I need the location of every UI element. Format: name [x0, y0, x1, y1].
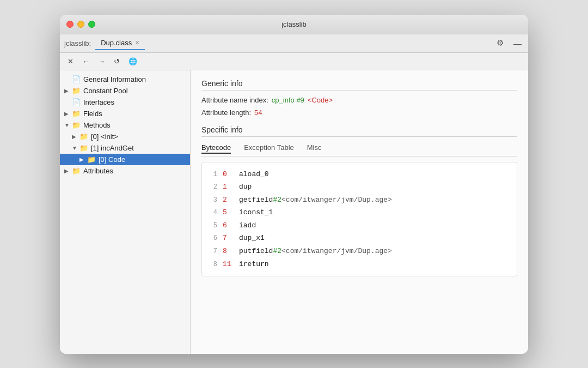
forward-button[interactable]: → [96, 56, 107, 67]
bc-offset: 2 [223, 194, 235, 206]
bc-instruction: ireturn [239, 258, 269, 270]
bc-instruction: dup [239, 180, 252, 193]
bc-instruction: iadd [239, 219, 256, 232]
minimize-button[interactable] [77, 21, 84, 28]
bc-instruction: putfield [239, 245, 273, 257]
sidebar: 📄General Information▶📁Constant Pool📄Inte… [60, 70, 191, 354]
tab-bytecode[interactable]: Bytecode [201, 142, 231, 154]
bc-instruction: getfield [239, 194, 273, 206]
minimize-icon[interactable]: — [511, 38, 524, 49]
bc-line-number: 6 [207, 233, 217, 245]
title-bar: jclasslib [60, 15, 528, 34]
doc-icon: 📄 [72, 75, 81, 83]
settings-icon[interactable]: ⚙ [494, 37, 506, 49]
bc-line-number: 2 [207, 182, 217, 194]
sidebar-item-code[interactable]: ▶📁[0] Code [60, 154, 190, 165]
sidebar-item-constant-pool[interactable]: ▶📁Constant Pool [60, 85, 190, 96]
attr-length-value: 54 [254, 108, 262, 117]
traffic-lights [66, 21, 95, 28]
folder-icon: 📁 [72, 121, 81, 129]
folder-icon: 📁 [72, 110, 81, 118]
bc-offset: 8 [223, 245, 235, 257]
arrow-icon: ▶ [64, 168, 72, 174]
sidebar-item-attributes[interactable]: ▶📁Attributes [60, 165, 190, 177]
doc-icon: 📄 [72, 98, 81, 106]
attr-name-label: Attribute name index: [201, 96, 268, 104]
sidebar-item-method-0[interactable]: ▶📁[0] <init> [60, 131, 190, 142]
sidebar-item-label: Methods [83, 121, 111, 129]
sidebar-item-interfaces[interactable]: 📄Interfaces [60, 96, 190, 108]
bc-offset: 11 [223, 258, 235, 270]
bc-line-number: 8 [207, 259, 217, 271]
toolbar: ✕ ← → ↺ 🌐 [60, 53, 528, 70]
window-title: jclasslib [281, 20, 307, 28]
table-row: 811ireturn [207, 258, 511, 271]
sidebar-item-method-1[interactable]: ▼📁[1] incAndGet [60, 142, 190, 154]
bc-instruction: aload_0 [239, 168, 269, 180]
sidebar-item-label: [0] <init> [91, 132, 118, 141]
main-window: jclasslib jclasslib: Dup.class ✕ ⚙ — ✕ ←… [60, 15, 528, 354]
bc-comment: <com/itwanger/jvm/Dup.age> [281, 245, 392, 257]
sidebar-item-label: Interfaces [83, 98, 114, 106]
close-toolbar-button[interactable]: ✕ [65, 56, 76, 67]
folder-icon: 📁 [72, 87, 81, 95]
content-tabs: BytecodeException TableMisc [201, 142, 517, 156]
tab-bar-right: ⚙ — [494, 37, 524, 49]
bytecode-area: 10aload_021dup32getfield #2 <com/itwange… [201, 162, 517, 277]
bc-line-number: 3 [207, 195, 217, 207]
table-row: 45iconst_1 [207, 206, 511, 219]
bc-line-number: 4 [207, 207, 217, 219]
folder-icon: 📁 [79, 132, 88, 141]
bc-comment: <com/itwanger/jvm/Dup.age> [281, 194, 392, 206]
table-row: 32getfield #2 <com/itwanger/jvm/Dup.age> [207, 194, 511, 207]
arrow-icon: ▶ [64, 88, 72, 94]
tab-misc[interactable]: Misc [307, 142, 322, 154]
arrow-icon: ▼ [72, 145, 79, 151]
tab-bar-left: jclasslib: Dup.class ✕ [64, 37, 145, 50]
app-label: jclasslib: [64, 39, 93, 47]
arrow-icon: ▼ [64, 122, 72, 128]
bc-ref: #2 [273, 194, 281, 206]
bc-instruction: dup_x1 [239, 232, 265, 244]
sidebar-item-label: General Information [83, 75, 146, 83]
bc-offset: 0 [223, 168, 235, 180]
maximize-button[interactable] [88, 21, 95, 28]
sidebar-item-general[interactable]: 📄General Information [60, 74, 190, 85]
attr-name-row: Attribute name index: cp_info #9 <Code> [201, 96, 517, 104]
refresh-button[interactable]: ↺ [112, 56, 122, 67]
attr-name-value: <Code> [308, 96, 333, 104]
arrow-icon: ▶ [72, 134, 79, 140]
attr-name-ref: cp_info #9 [272, 96, 304, 104]
table-row: 56iadd [207, 219, 511, 232]
bc-offset: 5 [223, 206, 235, 219]
sidebar-item-label: [0] Code [99, 155, 125, 164]
sidebar-item-label: [1] incAndGet [91, 144, 134, 152]
sidebar-item-label: Attributes [83, 167, 113, 175]
table-row: 21dup [207, 180, 511, 194]
folder-icon: 📁 [87, 155, 96, 164]
tab-label: Dup.class [101, 39, 132, 47]
arrow-icon: ▶ [64, 111, 72, 117]
sidebar-item-label: Constant Pool [83, 87, 128, 95]
generic-info-title: Generic info [201, 79, 517, 91]
main-content: 📄General Information▶📁Constant Pool📄Inte… [60, 70, 528, 354]
content-area: Generic info Attribute name index: cp_in… [191, 70, 528, 354]
sidebar-item-methods[interactable]: ▼📁Methods [60, 119, 190, 131]
tab-close-icon[interactable]: ✕ [135, 40, 139, 46]
tab-bar: jclasslib: Dup.class ✕ ⚙ — [60, 34, 528, 53]
bc-instruction: iconst_1 [239, 206, 273, 219]
bc-line-number: 7 [207, 246, 217, 258]
attr-length-label: Attribute length: [201, 108, 251, 117]
back-button[interactable]: ← [80, 56, 91, 67]
tab-exception-table[interactable]: Exception Table [244, 142, 294, 154]
bc-offset: 6 [223, 219, 235, 232]
sidebar-item-fields[interactable]: ▶📁Fields [60, 108, 190, 119]
arrow-icon: ▶ [79, 156, 87, 162]
folder-icon: 📁 [72, 167, 81, 175]
close-button[interactable] [66, 21, 74, 28]
tab-dup-class[interactable]: Dup.class ✕ [95, 37, 145, 50]
bc-offset: 1 [223, 180, 235, 193]
sidebar-item-label: Fields [83, 110, 102, 118]
bc-line-number: 1 [207, 169, 217, 181]
globe-button[interactable]: 🌐 [126, 56, 139, 67]
